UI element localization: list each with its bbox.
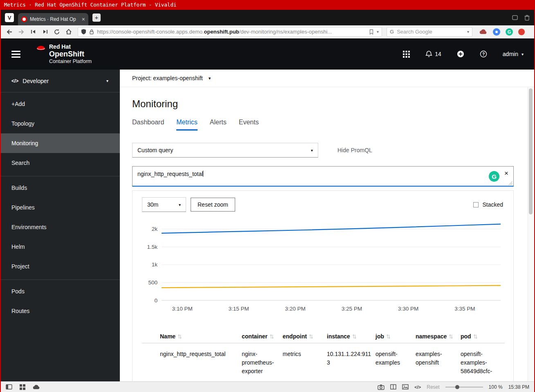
svg-text:1.5k: 1.5k [147,244,157,250]
rewind-button[interactable] [28,27,38,37]
column-header-name[interactable]: Name [160,328,242,343]
sidebar-item-environments[interactable]: Environments [1,217,120,237]
help-button[interactable]: ? [480,50,487,58]
stacked-checkbox[interactable] [473,202,479,207]
time-range-value: 30m [147,201,158,208]
browser-status-bar: </> Reset 100 % 15:38 PM [1,381,534,392]
sort-icon [449,334,453,339]
notifications-button[interactable]: 14 [425,50,441,58]
column-header-namespace[interactable]: namespace [416,328,461,343]
sidebar-item-helm[interactable]: Helm [1,237,120,257]
sidebar-item-add[interactable]: +Add [1,94,120,114]
url-domain: openshift.pub [204,29,239,35]
url-dropdown-caret-icon[interactable]: ▾ [377,29,379,34]
resize-handle-icon[interactable] [508,181,513,185]
zoom-slider[interactable] [445,387,483,387]
query-type-select[interactable]: Custom query ▾ [132,143,318,158]
bookmark-flag-icon[interactable] [369,29,374,35]
page-tiling-icon[interactable] [20,384,25,390]
tiling-layout-icon[interactable] [390,384,396,390]
sidebar-item-project[interactable]: Project [1,257,120,276]
sidebar-item-monitoring[interactable]: Monitoring [1,133,120,153]
tab-alerts[interactable]: Alerts [210,119,227,131]
metrics-table: Name container endpoint instance job nam… [142,328,505,376]
cell-endpoint: metrics [283,343,327,376]
username: admin [503,51,518,57]
new-tab-button[interactable]: + [92,14,101,22]
promql-query-input[interactable]: nginx_http_requests_total G × [132,166,514,187]
sidebar-item-routes[interactable]: Routes [1,301,120,321]
url-field[interactable]: https://console-openshift-console.apps.d… [78,27,382,37]
capture-camera-icon[interactable] [378,384,384,390]
browser-tab[interactable]: Metrics · Red Hat Op × [18,13,88,25]
sort-icon [178,334,182,339]
tab-close-icon[interactable]: × [82,16,85,23]
image-toggle-icon[interactable] [402,384,409,390]
closed-tabs-trash-icon[interactable] [524,14,530,21]
home-button[interactable] [63,27,74,37]
table-row[interactable]: nginx_http_requests_total nginx-promethe… [142,343,505,376]
zoom-slider-thumb[interactable] [455,385,459,389]
column-header-endpoint[interactable]: endpoint [283,328,327,343]
window-titlebar: Metrics · Red Hat OpenShift Container Pl… [1,0,534,10]
zoom-reset-label[interactable]: Reset [427,384,439,390]
lock-icon[interactable] [89,29,94,35]
forward-button[interactable] [16,27,27,37]
nav-menu-toggle-icon[interactable] [11,51,20,58]
column-header-instance[interactable]: instance [327,328,375,343]
notification-count: 14 [435,51,441,57]
tab-metrics[interactable]: Metrics [176,119,198,131]
project-selector[interactable]: Project: examples-openshift ▾ [120,70,534,87]
cell-name: nginx_http_requests_total [160,343,242,376]
tracker-shield-icon[interactable] [81,29,86,35]
perspective-switcher[interactable]: </> Developer ▾ [1,70,120,92]
page-actions-icon[interactable]: </> [414,385,421,390]
sidebar-item-pods[interactable]: Pods [1,282,120,301]
bell-icon [425,50,432,58]
grammarly-g-glyph: G [492,173,497,180]
page-scroll-area: Monitoring Dashboard Metrics Alerts Even… [120,87,534,381]
sync-cloud-icon[interactable] [33,384,40,390]
vertical-scrollbar[interactable] [528,87,533,381]
column-header-pod[interactable]: pod [461,328,505,343]
cell-instance: 10.131.1.224:9113 [327,343,375,376]
scrollbar-thumb[interactable] [529,88,533,214]
reload-button[interactable] [52,27,62,37]
metrics-chart[interactable]: 05001k1.5k2k3:10 PM3:15 PM3:20 PM3:25 PM… [142,216,505,313]
cloud-extension-icon[interactable] [479,29,488,35]
search-field[interactable]: G ▾ [387,27,472,37]
search-dropdown-caret-icon[interactable]: ▾ [467,29,469,34]
back-button[interactable] [4,27,15,37]
app-launcher-grid-icon[interactable] [403,51,410,58]
grammarly-extension-icon[interactable]: G [506,28,513,36]
grammarly-badge-icon[interactable]: G [489,171,499,182]
query-type-value: Custom query [137,147,173,153]
sidebar-item-topology[interactable]: Topology [1,114,120,133]
hide-promql-link[interactable]: Hide PromQL [337,147,372,153]
clear-query-icon[interactable]: × [504,169,508,178]
tab-tiling-icon[interactable] [512,14,518,21]
openshift-favicon-icon [21,16,27,22]
brand-logo[interactable]: Red Hat OpenShift Container Platform [35,43,92,65]
sidebar-item-builds[interactable]: Builds [1,178,120,198]
tab-title: Metrics · Red Hat Op [30,16,79,22]
profile-avatar[interactable] [518,29,525,35]
column-header-container[interactable]: container [242,328,283,343]
reset-zoom-button[interactable]: Reset zoom [191,198,235,212]
url-text[interactable]: https://console-openshift-console.apps.d… [97,29,366,35]
query-type-caret-icon: ▾ [311,148,313,153]
tab-events[interactable]: Events [239,119,259,131]
panel-toggle-icon[interactable] [6,384,12,390]
user-menu[interactable]: admin ▾ [503,51,524,57]
sidebar-item-search[interactable]: Search [1,153,120,173]
fast-forward-button[interactable] [40,27,50,37]
privacy-extension-icon[interactable] [493,28,500,36]
google-icon: G [390,29,394,35]
tab-dashboard[interactable]: Dashboard [132,119,164,131]
add-button[interactable] [457,50,464,58]
time-range-select[interactable]: 30m ▾ [142,197,186,212]
column-header-job[interactable]: job [375,328,416,343]
search-input[interactable] [397,29,464,35]
sidebar-item-pipelines[interactable]: Pipelines [1,198,120,217]
vivaldi-menu-button[interactable]: V [5,13,14,22]
